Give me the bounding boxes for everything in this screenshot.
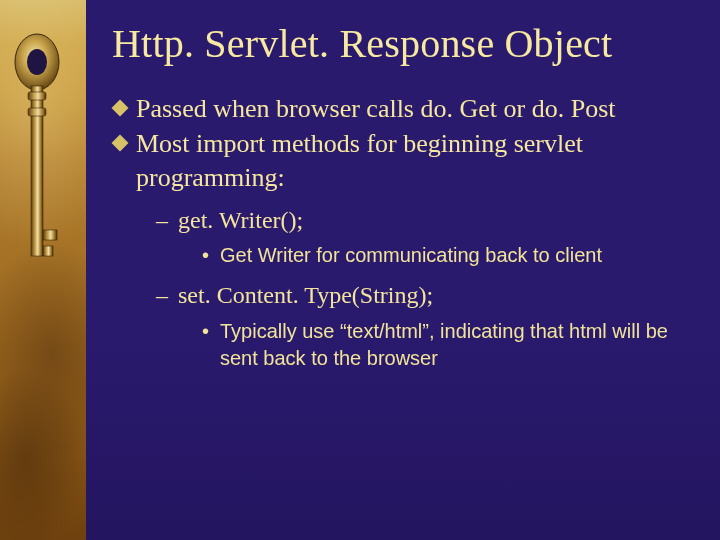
- list-item: Typically use “text/html”, indicating th…: [202, 318, 692, 372]
- svg-rect-4: [28, 108, 46, 116]
- bullet-text: get. Writer();: [178, 207, 303, 233]
- sub-sub-list: Get Writer for communicating back to cli…: [202, 242, 692, 269]
- slide-title: Http. Servlet. Response Object: [112, 22, 692, 66]
- svg-point-1: [27, 49, 47, 75]
- list-item: Get Writer for communicating back to cli…: [202, 242, 692, 269]
- list-item: get. Writer(); Get Writer for communicat…: [156, 204, 692, 269]
- bullet-text: set. Content. Type(String);: [178, 282, 433, 308]
- svg-rect-6: [43, 246, 53, 256]
- slide: Http. Servlet. Response Object Passed wh…: [0, 0, 720, 540]
- bullet-text: Passed when browser calls do. Get or do.…: [136, 94, 616, 123]
- svg-rect-5: [43, 230, 57, 240]
- bullet-text: Typically use “text/html”, indicating th…: [220, 320, 668, 369]
- list-item: set. Content. Type(String); Typically us…: [156, 279, 692, 371]
- sub-sub-list: Typically use “text/html”, indicating th…: [202, 318, 692, 372]
- bullet-text: Get Writer for communicating back to cli…: [220, 244, 602, 266]
- list-item: Passed when browser calls do. Get or do.…: [112, 92, 692, 125]
- sidebar-texture: [0, 0, 86, 540]
- list-item: Most import methods for beginning servle…: [112, 127, 692, 371]
- sub-list: get. Writer(); Get Writer for communicat…: [156, 204, 692, 372]
- bullet-list: Passed when browser calls do. Get or do.…: [112, 92, 692, 372]
- svg-rect-3: [28, 92, 46, 100]
- key-icon: [12, 30, 62, 310]
- content-area: Http. Servlet. Response Object Passed wh…: [86, 0, 720, 540]
- bullet-text: Most import methods for beginning servle…: [136, 129, 583, 191]
